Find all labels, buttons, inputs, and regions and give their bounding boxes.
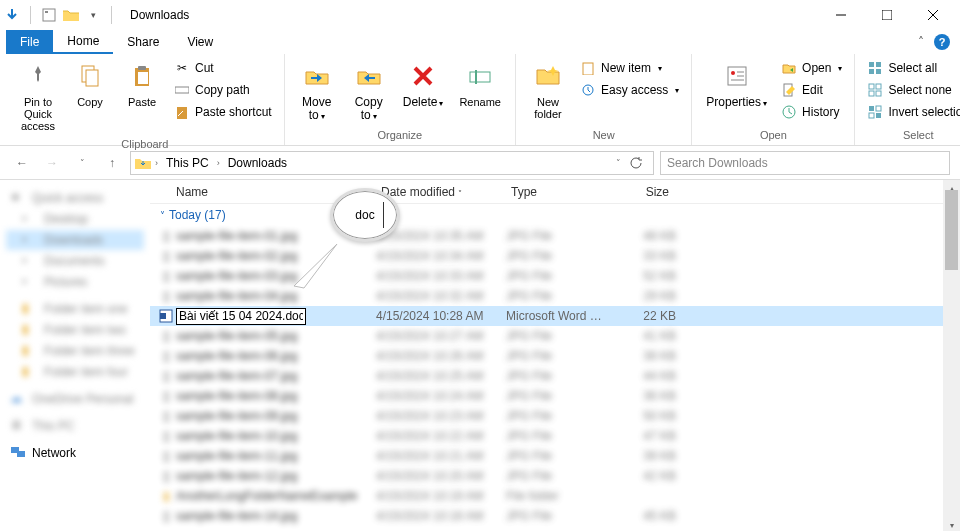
svg-rect-1 (45, 11, 48, 13)
ribbon-expand-icon[interactable]: ˄ (918, 35, 924, 49)
search-input[interactable]: Search Downloads (660, 151, 950, 175)
sidebar-item[interactable]: ★Quick access (6, 188, 144, 208)
svg-rect-2 (882, 10, 892, 20)
column-date[interactable]: Date modified ˅ (375, 185, 505, 199)
table-row[interactable]: ▯sample-file-item-01.jpg4/15/2024 10:35 … (150, 226, 960, 246)
copy-to-button[interactable]: Copy to▾ (345, 56, 393, 126)
sidebar-item[interactable]: ▮Folder item four (6, 362, 144, 382)
edit-button[interactable]: Edit (777, 80, 846, 100)
easy-access-button[interactable]: Easy access▾ (576, 80, 683, 100)
select-all-icon (867, 60, 883, 76)
svg-rect-8 (175, 87, 189, 93)
svg-rect-4 (86, 70, 98, 86)
svg-rect-22 (876, 84, 881, 89)
qat-properties-icon[interactable] (41, 7, 57, 23)
sidebar-item[interactable]: ▪Documents (6, 251, 144, 271)
table-row[interactable]: ▯sample-file-item-03.jpg4/15/2024 10:33 … (150, 266, 960, 286)
sidebar-item-downloads[interactable]: ▪Downloads (6, 230, 144, 250)
pin-to-quick-access-button[interactable]: Pin to Quick access (14, 56, 62, 136)
select-all-button[interactable]: Select all (863, 58, 960, 78)
copy-to-icon (353, 60, 385, 92)
tab-home[interactable]: Home (53, 30, 113, 54)
svg-rect-9 (177, 107, 187, 119)
rename-input[interactable] (176, 308, 306, 325)
table-row[interactable]: ▯sample-file-item-14.jpg4/15/2024 10:18 … (150, 506, 960, 526)
new-folder-icon (532, 60, 564, 92)
delete-x-icon (407, 60, 439, 92)
sidebar-item[interactable]: ▪Desktop (6, 209, 144, 229)
sidebar-item[interactable]: ☁OneDrive Personal (6, 389, 144, 409)
close-button[interactable] (910, 0, 956, 30)
svg-rect-6 (138, 72, 148, 84)
svg-point-14 (731, 71, 735, 75)
table-row[interactable]: ▯sample-file-item-10.jpg4/15/2024 10:22 … (150, 426, 960, 446)
history-button[interactable]: History (777, 102, 846, 122)
minimize-button[interactable] (818, 0, 864, 30)
column-type[interactable]: Type (505, 185, 605, 199)
table-row[interactable]: ▯sample-file-item-08.jpg4/15/2024 10:24 … (150, 386, 960, 406)
help-icon[interactable]: ? (934, 34, 950, 50)
sidebar-item[interactable]: ▮Folder item two (6, 320, 144, 340)
tab-view[interactable]: View (173, 30, 227, 54)
invert-selection-button[interactable]: Invert selection (863, 102, 960, 122)
table-row[interactable]: ▯sample-file-item-04.jpg4/15/2024 10:32 … (150, 286, 960, 306)
nav-forward-button[interactable]: → (40, 151, 64, 175)
table-row[interactable]: ▯sample-file-item-07.jpg4/15/2024 10:25 … (150, 366, 960, 386)
table-row[interactable]: ▯sample-file-item-12.jpg4/15/2024 10:20 … (150, 466, 960, 486)
svg-rect-27 (869, 113, 874, 118)
column-headers[interactable]: Name Date modified ˅ Type Size (150, 180, 960, 204)
breadcrumb-this-pc[interactable]: This PC (162, 156, 213, 170)
select-none-button[interactable]: Select none (863, 80, 960, 100)
move-to-button[interactable]: Move to▾ (293, 56, 341, 126)
navigation-pane[interactable]: ★Quick access ▪Desktop ▪Downloads ▪Docum… (0, 180, 150, 531)
cell-date: 4/15/2024 10:28 AM (376, 309, 506, 323)
column-size[interactable]: Size (605, 185, 675, 199)
delete-button[interactable]: Delete▾ (397, 56, 450, 113)
open-button[interactable]: Open▾ (777, 58, 846, 78)
tab-share[interactable]: Share (113, 30, 173, 54)
new-folder-button[interactable]: New folder (524, 56, 572, 124)
properties-button[interactable]: Properties▾ (700, 56, 773, 113)
sidebar-item-this-pc[interactable]: 🖥This PC (6, 416, 144, 436)
cut-button[interactable]: ✂Cut (170, 58, 276, 78)
chevron-right-icon[interactable]: › (155, 158, 158, 168)
sidebar-item[interactable]: ▮Folder item three (6, 341, 144, 361)
vertical-scrollbar[interactable]: ▴ ▾ (943, 180, 960, 531)
breadcrumb[interactable]: › This PC › Downloads ˅ (130, 151, 654, 175)
sidebar-item[interactable]: ▮Folder item one (6, 299, 144, 319)
rename-icon (464, 60, 496, 92)
breadcrumb-dropdown-icon[interactable]: ˅ (616, 158, 621, 168)
paste-button[interactable]: Paste (118, 56, 166, 112)
app-down-arrow-icon[interactable] (4, 7, 20, 23)
table-row[interactable]: ▯sample-file-item-09.jpg4/15/2024 10:23 … (150, 406, 960, 426)
paste-shortcut-button[interactable]: Paste shortcut (170, 102, 276, 122)
scroll-thumb[interactable] (945, 190, 958, 270)
table-row[interactable]: ▯sample-file-item-11.jpg4/15/2024 10:21 … (150, 446, 960, 466)
file-list[interactable]: ˅Today (17) ▯sample-file-item-01.jpg4/15… (150, 204, 960, 531)
copy-button[interactable]: Copy (66, 56, 114, 112)
table-row-selected[interactable]: 4/15/2024 10:28 AM Microsoft Word D... 2… (150, 306, 960, 326)
svg-rect-10 (470, 72, 490, 82)
table-row[interactable]: ▮AnotherLongFolderNameExample4/15/2024 1… (150, 486, 960, 506)
scroll-down-icon[interactable]: ▾ (943, 517, 960, 531)
rename-button[interactable]: Rename (453, 56, 507, 112)
svg-rect-18 (876, 62, 881, 67)
copy-path-button[interactable]: Copy path (170, 80, 276, 100)
sidebar-item-network[interactable]: Network (6, 443, 144, 463)
refresh-icon[interactable] (625, 156, 649, 170)
group-today[interactable]: ˅Today (17) (150, 204, 960, 226)
nav-up-button[interactable]: ↑ (100, 151, 124, 175)
new-item-button[interactable]: New item▾ (576, 58, 683, 78)
maximize-button[interactable] (864, 0, 910, 30)
tab-file[interactable]: File (6, 30, 53, 54)
sidebar-item[interactable]: ▪Pictures (6, 272, 144, 292)
table-row[interactable]: ▯sample-file-item-05.jpg4/15/2024 10:27 … (150, 326, 960, 346)
nav-back-button[interactable]: ← (10, 151, 34, 175)
breadcrumb-downloads[interactable]: Downloads (224, 156, 291, 170)
nav-recent-dropdown[interactable]: ˅ (70, 151, 94, 175)
cell-size: 22 KB (606, 309, 676, 323)
qat-dropdown-icon[interactable]: ▾ (85, 7, 101, 23)
chevron-right-icon[interactable]: › (217, 158, 220, 168)
table-row[interactable]: ▯sample-file-item-02.jpg4/15/2024 10:34 … (150, 246, 960, 266)
table-row[interactable]: ▯sample-file-item-06.jpg4/15/2024 10:26 … (150, 346, 960, 366)
